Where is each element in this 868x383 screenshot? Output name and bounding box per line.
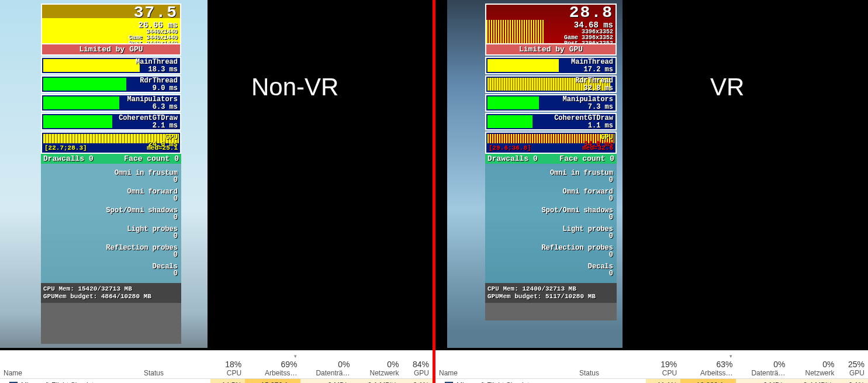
drawcalls-value: 0 [533,154,538,163]
scene-stat-item: Reflection probes0 [489,242,613,261]
col-cpu[interactable]: 18%CPU [210,350,245,379]
gpu-range: [29.6;36.8] [489,145,531,151]
dev-overlay: 28.8 34.68 ms 3396x3352 Game 3396x3352 P… [485,4,617,320]
cpu-mem: CPU Mem: 12400/32713 MB [487,285,614,293]
col-name[interactable]: Name [0,350,140,379]
thread-label: RdrThread9.0 ms [140,77,178,92]
scene-stats: Omni in frustum0Omni forward0Spot/Omni s… [485,164,617,283]
disk-cell: 0 MB/s [300,379,353,384]
limited-label: Limited by GPU [41,44,181,56]
facecount-label: Face count [559,154,605,163]
scene-stat-item: Omni in frustum0 [489,167,613,186]
scene-stat-item: Light probes0 [44,223,178,242]
thread-fill [43,78,126,91]
cpu-cell: 11,1% [646,379,680,384]
drawcalls-label: Drawcalls [43,154,84,163]
thread-row: Manipulators7.3 ms [485,94,617,112]
col-cpu[interactable]: 19%CPU [646,350,680,379]
cpu-mem: CPU Mem: 15420/32713 MB [43,285,179,293]
gpu-cell: 0,1% [403,379,433,384]
scene-stat-item: Omni forward0 [489,186,613,205]
thread-row: CoherentGTDraw2.1 ms [41,113,181,130]
drawcalls-row: Drawcalls 0 Face count 0 [485,154,617,164]
thread-rows: MainThread17.2 msRdrThread32.8 msManipul… [485,57,617,130]
scene-stats: Omni in frustum0Omni forward0Spot/Omni s… [41,164,181,283]
thread-row: CoherentGTDraw1.1 ms [485,113,617,130]
limited-label: Limited by GPU [485,44,617,56]
gpu-median: med=25.1 [147,145,178,151]
fps-value: 28.8 [569,5,613,21]
col-name[interactable]: Name [435,350,576,379]
fps-ms: 26.66 ms [139,21,178,29]
col-status[interactable]: Status [576,350,646,379]
thread-label: Manipulators6.3 ms [127,96,178,111]
scene-stat-item: Light probes0 [489,223,613,242]
thread-fill [43,115,112,128]
post-resolution: Post 3440x1440 [129,41,178,42]
right-panel: VR 28.8 34.68 ms 3396x3352 Game 3396x335… [435,0,868,383]
scene-stat-item: Spot/Omni shadows0 [489,205,613,223]
gpu-cell: 0,1% [838,379,869,384]
thread-row: Manipulators6.3 ms [41,94,181,112]
net-cell: 0,1 MBit/s [353,379,402,384]
gpu-median: med=32.6 [582,145,613,151]
thread-fill [487,96,539,109]
thread-label: Manipulators7.3 ms [563,96,613,111]
gpu-row: GPU 24.0 ms [22.7;28.3] med=25.1 [41,132,181,154]
task-manager: Name Status 18%CPU ▾69%Arbeitss… 0%Daten… [0,350,433,383]
thread-row: MainThread17.2 ms [485,57,617,74]
col-mem[interactable]: ▾69%Arbeitss… [245,350,300,379]
col-disk[interactable]: 0%Datenträ… [736,350,789,379]
thread-label: CoherentGTDraw1.1 ms [554,115,613,130]
col-net[interactable]: 0%Netzwerk [353,350,402,379]
mem-cell: 15.276,1 … [245,379,300,384]
left-panel: Non-VR 37.5 26.66 ms 3440x1440 Game 3440… [0,0,433,383]
thread-row: RdrThread32.8 ms [485,75,617,93]
col-disk[interactable]: 0%Datenträ… [300,350,353,379]
disk-cell: 0 MB/s [736,379,789,384]
thread-label: CoherentGTDraw2.1 ms [119,115,178,130]
gpu-mem: GPUMem budget: 4864/10280 MB [43,293,179,301]
dev-overlay: 37.5 26.66 ms 3440x1440 Game 3440x1440 P… [41,4,181,344]
thread-row: RdrThread9.0 ms [41,75,181,93]
post-resolution: Post 3396x3352 [564,41,613,44]
drawcalls-value: 0 [89,154,94,163]
fps-box: 28.8 34.68 ms 3396x3352 Game 3396x3352 P… [485,4,617,44]
table-row[interactable]: ›Microsoft Flight Simulator 11,1% 12.239… [435,379,868,384]
col-mem[interactable]: ▾63%Arbeitss… [680,350,736,379]
graph-placeholder [485,303,617,320]
gpu-range: [22.7;28.3] [44,145,87,151]
thread-fill [487,59,559,72]
thread-fill [43,96,119,109]
facecount-value: 0 [174,154,179,163]
panel-title: Non-VR [251,73,338,101]
mem-cell: 12.239,1 … [680,379,736,384]
scene-stat-item: Omni in frustum0 [44,167,178,186]
task-manager: Name Status 19%CPU ▾63%Arbeitss… 0%Daten… [435,350,868,383]
thread-label: MainThread18.3 ms [136,58,178,74]
net-cell: 0,4 MBit/s [789,379,838,384]
graph-placeholder [41,303,181,344]
thread-label: MainThread17.2 ms [571,58,613,74]
facecount-value: 0 [610,154,614,163]
drawcalls-row: Drawcalls 0 Face count 0 [41,154,181,164]
fps-bars [486,20,544,43]
fps-ms: 34.68 ms [574,21,613,29]
col-net[interactable]: 0%Netzwerk [789,350,838,379]
thread-row: MainThread18.3 ms [41,57,181,74]
table-row[interactable]: ›Microsoft Flight Simulator 14,5% 15.276… [0,379,433,384]
col-gpu[interactable]: 84%GPU [403,350,433,379]
col-gpu[interactable]: 25%GPU [838,350,869,379]
memory-section: CPU Mem: 15420/32713 MB GPUMem budget: 4… [41,283,181,303]
fps-box: 37.5 26.66 ms 3440x1440 Game 3440x1440 P… [41,4,181,44]
thread-rows: MainThread18.3 msRdrThread9.0 msManipula… [41,57,181,130]
scene-stat-item: Spot/Omni shadows0 [44,205,178,223]
facecount-label: Face count [124,154,170,163]
thread-label: RdrThread32.8 ms [575,77,613,92]
scene-stat-item: Omni forward0 [44,186,178,205]
scene-stat-item: Decals0 [44,261,178,280]
memory-section: CPU Mem: 12400/32713 MB GPUMem budget: 5… [485,283,617,303]
scene-stat-item: Reflection probes0 [44,242,178,261]
fps-value: 37.5 [134,5,178,21]
col-status[interactable]: Status [140,350,210,379]
